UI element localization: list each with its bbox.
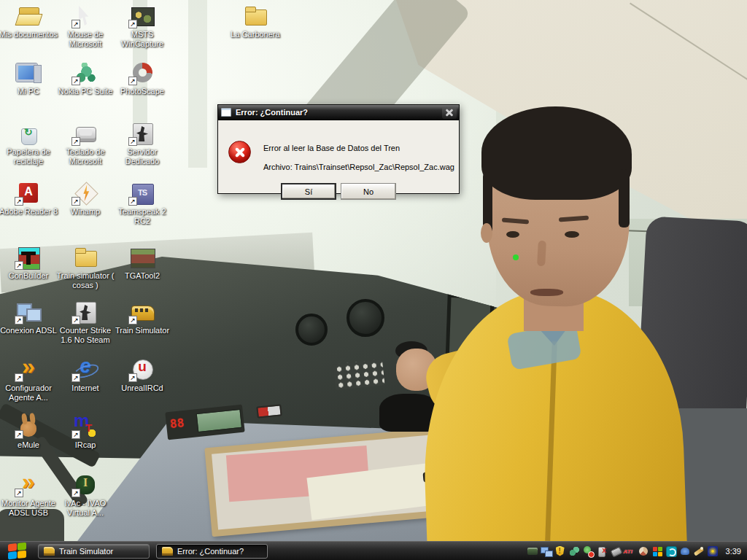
brush-app-icon[interactable] [693, 545, 705, 557]
window-icon [221, 108, 231, 117]
blue-app-icon[interactable] [679, 545, 691, 557]
recycle-bin-icon [15, 122, 42, 146]
task-button-label: Error: ¿Continuar? [177, 547, 244, 556]
task-button-error-continuar[interactable]: Error: ¿Continuar? [156, 544, 268, 559]
desktop-icon-label: Servidor Dedicado [110, 147, 174, 166]
shortcut-arrow-icon: ↗ [128, 373, 137, 382]
desktop-icon-label: Teclado de Microsoft [53, 147, 117, 166]
network-computers-icon[interactable] [541, 545, 552, 557]
train-icon [44, 547, 55, 556]
dialog-title: Error: ¿Continuar? [236, 108, 442, 117]
desktop-icon-teamspeak-2-rc2[interactable]: ↗Teamspeak 2 RC2 [110, 182, 174, 226]
desktop-icon-label: Conexion ADSL [0, 326, 61, 335]
desktop-icon-conbuilder[interactable]: ↗ConBuilder [0, 246, 61, 281]
windows-flag-icon[interactable] [651, 545, 663, 557]
desktop-icon-label: TGATool2 [110, 271, 174, 281]
desktop-icon-label: La Carbonera [223, 30, 287, 39]
desktop-icon-mis-documentos[interactable]: Mis documentos [0, 4, 61, 39]
my-computer-icon [15, 61, 42, 85]
close-icon[interactable] [442, 106, 457, 119]
shortcut-arrow-icon: ↗ [71, 373, 80, 382]
desktop-icon-papelera-de-reciclaje[interactable]: Papelera de reciclaje [0, 122, 61, 166]
shortcut-arrow-icon: ↗ [71, 316, 80, 324]
desktop-icon-photoscape[interactable]: ↗PhotoScape [110, 61, 174, 96]
error-dialog: Error: ¿Continuar? Error al leer la Base… [217, 104, 460, 194]
shortcut-arrow-icon: ↗ [15, 316, 23, 324]
desktop-icon-label: Internet [53, 384, 117, 393]
desktop-icon-winamp[interactable]: ↗Winamp [53, 182, 117, 217]
desktop-icon-emule[interactable]: ↗eMule [0, 415, 61, 450]
volume-radio-icon[interactable] [707, 545, 719, 557]
desktop-icon-label: Mi PC [0, 87, 61, 96]
shortcut-arrow-icon: ↗ [15, 430, 23, 439]
desktop-icon-unrealircd[interactable]: ↗UnrealIRCd [110, 358, 174, 393]
shortcut-arrow-icon: ↗ [71, 489, 80, 497]
desktop-icon-conexion-adsl[interactable]: ↗Conexion ADSL [0, 300, 61, 335]
desktop-icon-counter-strike-1-6-no-steam[interactable]: ↗Counter Strike 1.6 No Steam [53, 300, 117, 345]
desktop-icon-train-simulator-cosas[interactable]: Train simulator ( cosas ) [53, 246, 117, 290]
task-button-label: Train Simulator [59, 547, 113, 556]
desktop-icon-label: Winamp [53, 207, 117, 217]
desktop-icon-configurador-agente-a[interactable]: ↗Configurador Agente A... [0, 358, 61, 402]
shortcut-arrow-icon: ↗ [71, 77, 80, 85]
desktop-icon-label: MSTS WinCapture [110, 30, 174, 49]
phone-disconnected-icon[interactable] [596, 545, 608, 557]
desktop-icon-label: IvAc - IVAO Virtual A... [53, 499, 117, 518]
desktop-icon-la-carbonera[interactable]: La Carbonera [223, 4, 287, 39]
dialog-message-line1: Error al leer la Base de Datos del Tren [263, 144, 400, 152]
desktop-icon-train-simulator[interactable]: ↗Train Simulator [110, 300, 174, 335]
desktop-icon-label: PhotoScape [110, 87, 174, 96]
folder-icon [242, 4, 268, 28]
task-button-train-simulator[interactable]: Train Simulator [38, 544, 150, 559]
no-button[interactable]: No [341, 183, 396, 200]
windows-logo-icon [8, 542, 27, 560]
start-button[interactable] [0, 542, 35, 560]
shortcut-arrow-icon: ↗ [15, 261, 23, 270]
desktop-icon-teclado-de-microsoft[interactable]: ↗Teclado de Microsoft [53, 122, 117, 166]
desktop-icon-label: Papelera de reciclaje [0, 147, 61, 166]
desktop-icon-label: IRcap [53, 440, 117, 450]
shortcut-arrow-icon: ↗ [15, 489, 23, 497]
cd-emulator-icon[interactable] [665, 545, 677, 557]
yes-button[interactable]: Sí [281, 183, 336, 200]
shortcut-arrow-icon: ↗ [128, 20, 137, 28]
desktop-icon-area: Mis documentos↗Mouse de Microsoft↗MSTS W… [0, 0, 747, 560]
train-app-icon[interactable] [527, 545, 538, 557]
swirl-app-icon[interactable] [638, 545, 649, 557]
desktop-icon-label: Monitor Agente ADSL USB [0, 499, 61, 518]
desktop-icon-label: ConBuilder [0, 271, 61, 281]
folder-icon [72, 246, 98, 270]
desktop-icon-label: Mis documentos [0, 30, 61, 39]
security-alert-shield-icon[interactable] [554, 545, 566, 557]
desktop-icon-servidor-dedicado[interactable]: ↗Servidor Dedicado [110, 122, 174, 166]
phone-connection-icon[interactable] [610, 545, 622, 557]
desktop-icon-ivac-ivao-virtual-a[interactable]: ↗IvAc - IVAO Virtual A... [53, 473, 117, 518]
desktop-icon-label: eMule [0, 440, 61, 450]
train-icon [162, 547, 173, 556]
desktop-icon-ircap[interactable]: ↗IRcap [53, 415, 117, 450]
desktop-icon-mouse-de-microsoft[interactable]: ↗Mouse de Microsoft [53, 4, 117, 49]
shortcut-arrow-icon: ↗ [128, 77, 137, 85]
messenger-status-icon[interactable] [582, 545, 594, 557]
desktop-icon-label: Nokia PC Suite [53, 87, 117, 96]
taskbar: Train SimulatorError: ¿Continuar? 3:39 [0, 541, 747, 560]
folder-open-icon [15, 4, 42, 28]
desktop-icon-internet[interactable]: ↗Internet [53, 358, 117, 393]
desktop-icon-nokia-pc-suite[interactable]: ↗Nokia PC Suite [53, 61, 117, 96]
nokia-connectivity-icon[interactable] [568, 545, 580, 557]
dialog-titlebar[interactable]: Error: ¿Continuar? [218, 105, 459, 120]
shortcut-arrow-icon: ↗ [128, 137, 137, 146]
desktop-icon-label: Adobe Reader 8 [0, 207, 61, 217]
desktop-icon-adobe-reader-8[interactable]: ↗Adobe Reader 8 [0, 182, 61, 217]
desktop-icon-msts-wincapture[interactable]: ↗MSTS WinCapture [110, 4, 174, 49]
desktop-icon-label: Configurador Agente A... [0, 384, 61, 402]
shortcut-arrow-icon: ↗ [15, 373, 23, 382]
desktop-icon-label: UnrealIRCd [110, 384, 174, 393]
shortcut-arrow-icon: ↗ [71, 20, 80, 28]
desktop-icon-tgatool2[interactable]: TGATool2 [110, 246, 174, 281]
desktop-icon-label: Train simulator ( cosas ) [53, 271, 117, 290]
desktop-icon-monitor-agente-adsl-usb[interactable]: ↗Monitor Agente ADSL USB [0, 473, 61, 518]
desktop-icon-mi-pc[interactable]: Mi PC [0, 61, 61, 96]
shortcut-arrow-icon: ↗ [71, 137, 80, 146]
ati-catalyst-icon[interactable] [624, 545, 635, 557]
